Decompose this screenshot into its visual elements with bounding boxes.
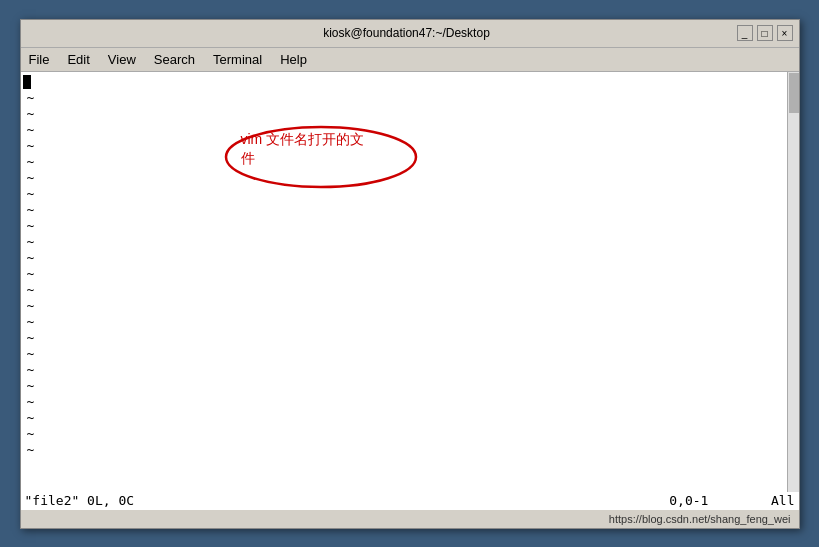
- vim-line-10: ~: [21, 234, 799, 250]
- tilde-7: ~: [23, 186, 35, 201]
- title-bar: kiosk@foundation47:~/Desktop _ □ ×: [21, 20, 799, 48]
- menu-bar: File Edit View Search Terminal Help: [21, 48, 799, 72]
- vim-line-17: ~: [21, 346, 799, 362]
- tilde-19: ~: [23, 378, 35, 393]
- tilde-21: ~: [23, 410, 35, 425]
- vim-line-6: ~: [21, 170, 799, 186]
- menu-help[interactable]: Help: [276, 51, 311, 68]
- vim-line-3: ~: [21, 122, 799, 138]
- vim-line-19: ~: [21, 378, 799, 394]
- menu-search[interactable]: Search: [150, 51, 199, 68]
- vim-line-21: ~: [21, 410, 799, 426]
- maximize-button[interactable]: □: [757, 25, 773, 41]
- tilde-10: ~: [23, 234, 35, 249]
- scrollbar[interactable]: [787, 72, 799, 492]
- tilde-1: ~: [23, 90, 35, 105]
- menu-terminal[interactable]: Terminal: [209, 51, 266, 68]
- tilde-20: ~: [23, 394, 35, 409]
- vim-line-5: ~: [21, 154, 799, 170]
- tilde-18: ~: [23, 362, 35, 377]
- tilde-15: ~: [23, 314, 35, 329]
- close-button[interactable]: ×: [777, 25, 793, 41]
- tilde-5: ~: [23, 154, 35, 169]
- watermark-url: https://blog.csdn.net/shang_feng_wei: [609, 513, 791, 525]
- vim-statusbar: "file2" 0L, 0C 0,0-1 All: [21, 492, 799, 510]
- vim-line-cursor: [21, 74, 799, 90]
- tilde-16: ~: [23, 330, 35, 345]
- vim-editor[interactable]: ~ ~ ~ ~ ~ ~ ~ ~ ~ ~ ~ ~ ~ ~ ~ ~ ~ ~ ~ ~ …: [21, 72, 799, 492]
- vim-line-11: ~: [21, 250, 799, 266]
- tilde-13: ~: [23, 282, 35, 297]
- vim-line-8: ~: [21, 202, 799, 218]
- tilde-22: ~: [23, 426, 35, 441]
- statusbar-position: 0,0-1 All: [669, 493, 794, 508]
- tilde-6: ~: [23, 170, 35, 185]
- menu-edit[interactable]: Edit: [63, 51, 93, 68]
- vim-line-2: ~: [21, 106, 799, 122]
- window-title: kiosk@foundation47:~/Desktop: [77, 26, 737, 40]
- tilde-8: ~: [23, 202, 35, 217]
- vim-line-20: ~: [21, 394, 799, 410]
- cursor: [23, 75, 31, 89]
- vim-line-22: ~: [21, 426, 799, 442]
- statusbar-pos: 0,0-1: [669, 493, 708, 508]
- vim-line-18: ~: [21, 362, 799, 378]
- tilde-11: ~: [23, 250, 35, 265]
- vim-line-4: ~: [21, 138, 799, 154]
- terminal-content: ~ ~ ~ ~ ~ ~ ~ ~ ~ ~ ~ ~ ~ ~ ~ ~ ~ ~ ~ ~ …: [21, 72, 799, 510]
- tilde-3: ~: [23, 122, 35, 137]
- watermark-bar: https://blog.csdn.net/shang_feng_wei: [21, 510, 799, 528]
- vim-line-13: ~: [21, 282, 799, 298]
- minimize-button[interactable]: _: [737, 25, 753, 41]
- tilde-4: ~: [23, 138, 35, 153]
- tilde-2: ~: [23, 106, 35, 121]
- tilde-23: ~: [23, 442, 35, 457]
- vim-line-1: ~: [21, 90, 799, 106]
- tilde-14: ~: [23, 298, 35, 313]
- vim-line-7: ~: [21, 186, 799, 202]
- statusbar-file-info: "file2" 0L, 0C: [25, 493, 135, 508]
- menu-view[interactable]: View: [104, 51, 140, 68]
- tilde-17: ~: [23, 346, 35, 361]
- vim-line-14: ~: [21, 298, 799, 314]
- vim-line-16: ~: [21, 330, 799, 346]
- scrollbar-thumb[interactable]: [789, 73, 799, 113]
- menu-file[interactable]: File: [25, 51, 54, 68]
- tilde-12: ~: [23, 266, 35, 281]
- terminal-window: kiosk@foundation47:~/Desktop _ □ × File …: [20, 19, 800, 529]
- statusbar-all: All: [771, 493, 794, 508]
- vim-line-9: ~: [21, 218, 799, 234]
- tilde-9: ~: [23, 218, 35, 233]
- vim-line-12: ~: [21, 266, 799, 282]
- vim-line-23: ~: [21, 442, 799, 458]
- window-controls: _ □ ×: [737, 25, 793, 41]
- vim-line-15: ~: [21, 314, 799, 330]
